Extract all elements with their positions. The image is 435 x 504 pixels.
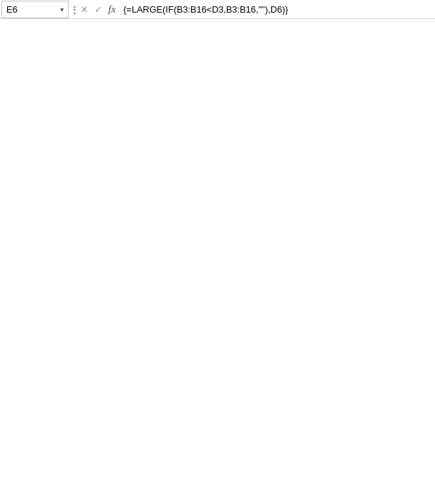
fx-icon[interactable]: fx — [105, 1, 119, 18]
enter-icon[interactable]: ✓ — [91, 1, 105, 18]
cancel-icon[interactable]: ✕ — [77, 1, 91, 18]
formula-bar: E6 ▾ ⋮ ✕ ✓ fx {=LARGE(IF(B3:B16<D3,B3:B1… — [0, 0, 435, 19]
formula-input[interactable]: {=LARGE(IF(B3:B16<D3,B3:B16,""),D6)} — [119, 1, 435, 18]
name-box-value: E6 — [6, 4, 60, 15]
name-box[interactable]: E6 ▾ — [1, 1, 69, 18]
separator-icon: ⋮ — [70, 4, 77, 15]
formula-text: {=LARGE(IF(B3:B16<D3,B3:B16,""),D6)} — [123, 4, 288, 15]
chevron-down-icon[interactable]: ▾ — [60, 6, 64, 13]
